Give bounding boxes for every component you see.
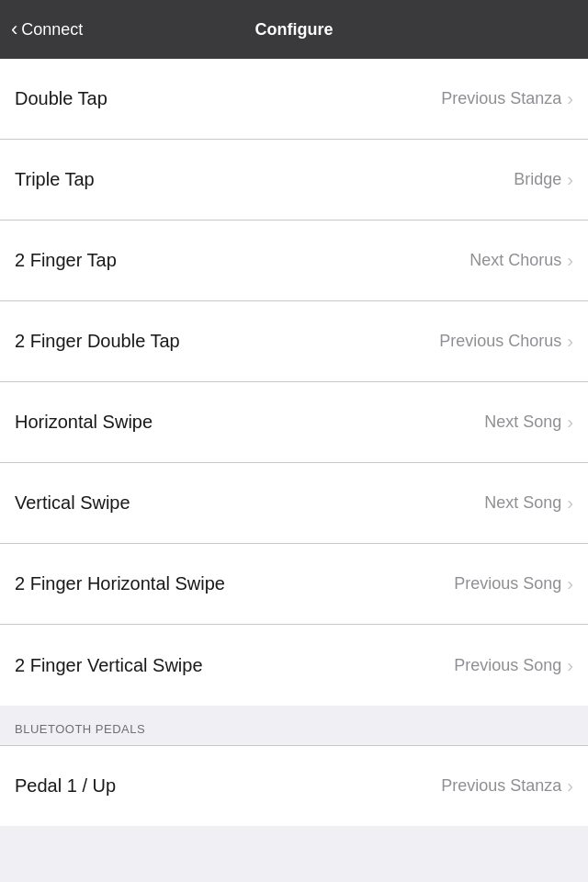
gesture-right: Next Song ›	[484, 492, 573, 514]
chevron-right-icon: ›	[567, 169, 573, 190]
chevron-right-icon: ›	[567, 775, 573, 797]
chevron-right-icon: ›	[567, 331, 573, 352]
gesture-label: Vertical Swipe	[15, 492, 130, 514]
chevron-right-icon: ›	[567, 250, 573, 271]
bluetooth-list-item[interactable]: Pedal 1 / Up Previous Stanza ›	[0, 745, 588, 826]
gesture-right: Previous Song ›	[454, 655, 573, 676]
gesture-value: Previous Stanza	[441, 89, 561, 108]
gesture-value: Previous Chorus	[439, 332, 561, 351]
gesture-value: Bridge	[514, 170, 561, 189]
navigation-bar: ‹ Connect Configure	[0, 0, 588, 59]
gesture-label: Triple Tap	[15, 169, 95, 190]
gesture-label: 2 Finger Tap	[15, 250, 117, 271]
chevron-right-icon: ›	[567, 412, 573, 433]
gesture-right: Next Chorus ›	[469, 250, 573, 271]
gesture-label: Double Tap	[15, 88, 107, 109]
gesture-list-item[interactable]: Vertical Swipe Next Song ›	[0, 463, 588, 544]
gesture-value: Next Chorus	[469, 251, 561, 270]
back-label: Connect	[21, 20, 83, 40]
gesture-list-item[interactable]: 2 Finger Horizontal Swipe Previous Song …	[0, 544, 588, 625]
gesture-label: 2 Finger Double Tap	[15, 331, 180, 352]
bluetooth-item-value: Previous Stanza	[441, 776, 561, 796]
gesture-right: Previous Stanza ›	[441, 88, 573, 109]
gesture-list-item[interactable]: Horizontal Swipe Next Song ›	[0, 382, 588, 463]
gesture-right: Next Song ›	[484, 412, 573, 433]
gesture-list: Double Tap Previous Stanza › Triple Tap …	[0, 59, 588, 706]
gesture-label: 2 Finger Horizontal Swipe	[15, 573, 225, 594]
gesture-value: Previous Song	[454, 574, 561, 594]
bluetooth-item-label: Pedal 1 / Up	[15, 775, 116, 797]
back-button[interactable]: ‹ Connect	[11, 20, 83, 40]
chevron-right-icon: ›	[567, 655, 573, 676]
page-title: Configure	[255, 20, 334, 40]
gesture-list-item[interactable]: Triple Tap Bridge ›	[0, 140, 588, 220]
gesture-list-item[interactable]: 2 Finger Double Tap Previous Chorus ›	[0, 301, 588, 382]
gesture-right: Previous Chorus ›	[439, 331, 573, 352]
gesture-right: Previous Song ›	[454, 573, 573, 594]
gesture-list-item[interactable]: 2 Finger Vertical Swipe Previous Song ›	[0, 625, 588, 706]
chevron-right-icon: ›	[567, 88, 573, 109]
back-chevron-icon: ‹	[11, 19, 17, 40]
gesture-right: Bridge ›	[514, 169, 573, 190]
gesture-list-item[interactable]: 2 Finger Tap Next Chorus ›	[0, 220, 588, 301]
bluetooth-list: Pedal 1 / Up Previous Stanza ›	[0, 745, 588, 826]
gesture-value: Previous Song	[454, 656, 561, 675]
gesture-list-item[interactable]: Double Tap Previous Stanza ›	[0, 59, 588, 140]
chevron-right-icon: ›	[567, 573, 573, 594]
gesture-value: Next Song	[484, 493, 561, 513]
bluetooth-item-right: Previous Stanza ›	[441, 775, 573, 797]
chevron-right-icon: ›	[567, 492, 573, 514]
gesture-value: Next Song	[484, 413, 561, 432]
gesture-label: Horizontal Swipe	[15, 412, 153, 433]
bluetooth-section-header: Bluetooth Pedals	[0, 706, 588, 745]
gesture-label: 2 Finger Vertical Swipe	[15, 655, 203, 676]
